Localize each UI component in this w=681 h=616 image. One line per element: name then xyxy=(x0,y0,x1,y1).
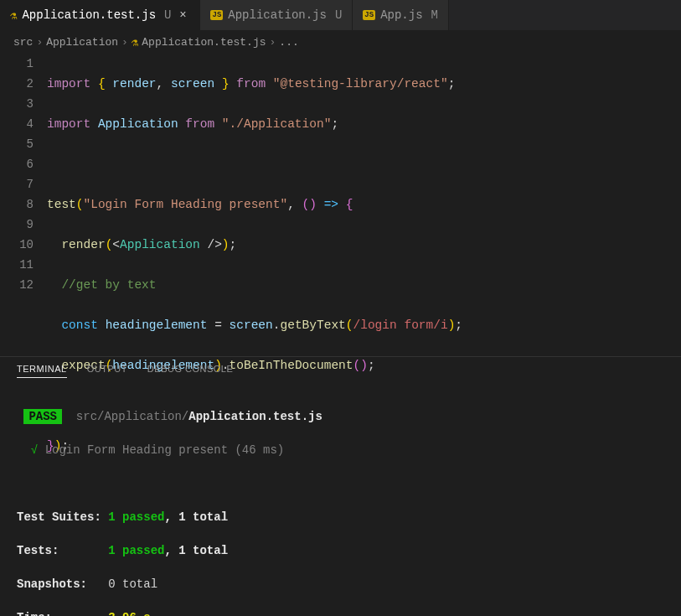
js-icon: JS xyxy=(210,10,223,20)
tab-label: Application.js xyxy=(228,8,327,22)
tab-label: Application.test.js xyxy=(22,8,156,22)
tab-debug-console[interactable]: DEBUG CONSOLE xyxy=(147,364,233,378)
breadcrumb-item[interactable]: Application.test.js xyxy=(142,36,266,49)
bottom-panel: TERMINAL OUTPUT DEBUG CONSOLE PASS src/A… xyxy=(0,356,681,616)
js-icon: JS xyxy=(363,10,375,20)
tab-app[interactable]: JS App.js M xyxy=(353,0,449,30)
tab-terminal[interactable]: TERMINAL xyxy=(17,364,67,378)
close-icon[interactable]: × xyxy=(176,8,189,22)
tab-label: App.js xyxy=(380,8,422,22)
tab-status: U xyxy=(164,8,171,22)
terminal-output[interactable]: PASS src/Application/Application.test.js… xyxy=(0,386,681,616)
editor-tabs: ⚗ Application.test.js U × JS Application… xyxy=(0,0,681,30)
pass-badge: PASS xyxy=(23,409,62,424)
tab-application-test[interactable]: ⚗ Application.test.js U × xyxy=(0,0,200,30)
breadcrumb-item[interactable]: ... xyxy=(279,36,298,49)
code-content[interactable]: import { render, screen } from "@testing… xyxy=(47,54,681,356)
tab-application[interactable]: JS Application.js U xyxy=(200,0,353,30)
flask-icon: ⚗ xyxy=(10,8,17,23)
panel-tabs: TERMINAL OUTPUT DEBUG CONSOLE xyxy=(0,357,681,386)
code-editor[interactable]: 123 456 789 101112 import { render, scre… xyxy=(0,54,681,356)
chevron-right-icon: › xyxy=(121,36,128,49)
line-numbers: 123 456 789 101112 xyxy=(0,54,47,356)
tab-output[interactable]: OUTPUT xyxy=(87,364,127,378)
chevron-right-icon: › xyxy=(270,36,276,49)
breadcrumb-item[interactable]: src xyxy=(13,36,33,49)
breadcrumb[interactable]: src › Application › ⚗ Application.test.j… xyxy=(0,30,681,54)
flask-icon: ⚗ xyxy=(132,35,138,49)
breadcrumb-item[interactable]: Application xyxy=(46,36,118,49)
tab-status: U xyxy=(335,8,342,22)
tab-status: M xyxy=(431,8,438,22)
chevron-right-icon: › xyxy=(36,36,43,49)
